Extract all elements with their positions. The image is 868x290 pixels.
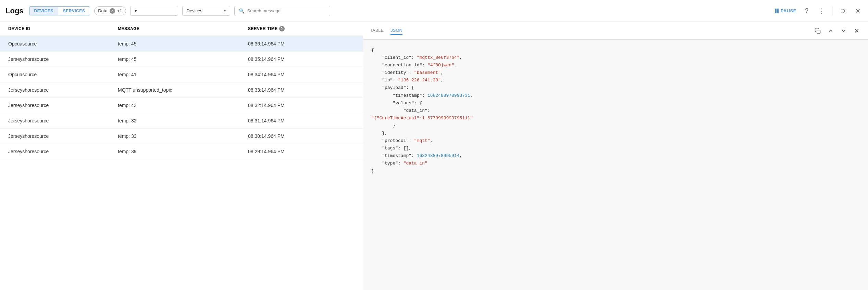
devices-arrow-icon: ▾: [224, 9, 226, 13]
server-time-info-icon[interactable]: ?: [279, 26, 285, 31]
tab-json[interactable]: JSON: [390, 26, 402, 35]
toolbar-actions: PAUSE ? ⋮ ⬡ ✕: [775, 6, 863, 16]
json-panel: TABLE JSON: [363, 22, 868, 290]
table-row[interactable]: Opcuasource temp: 45 08:36:14.964 PM: [0, 36, 363, 52]
dropdown-arrow-icon: ▾: [135, 8, 137, 13]
devices-label: Devices: [187, 8, 202, 13]
json-line: }: [371, 168, 860, 175]
json-line: "timestamp": 1682488978993731,: [371, 92, 860, 100]
cell-server-time: 08:32:14.964 PM: [248, 103, 355, 108]
search-icon: 🔍: [239, 8, 245, 14]
table-row[interactable]: Opcuasource temp: 41 08:34:14.964 PM: [0, 67, 363, 82]
json-line: },: [371, 130, 860, 137]
json-line: "protocol": "mqtt",: [371, 137, 860, 145]
json-line: "data_in":: [371, 107, 860, 115]
open-external-button[interactable]: ⬡: [838, 6, 847, 16]
table-row[interactable]: Jerseyshoresource temp: 39 08:29:14.964 …: [0, 144, 363, 159]
table-row[interactable]: Jerseyshoresource temp: 43 08:32:14.964 …: [0, 98, 363, 113]
cell-message: temp: 45: [118, 41, 248, 47]
copy-button[interactable]: [813, 26, 822, 35]
table-row[interactable]: Jerseyshoresource temp: 32 08:31:14.964 …: [0, 113, 363, 129]
more-button[interactable]: ⋮: [817, 6, 827, 16]
json-line: "type": "data_in": [371, 160, 860, 167]
cell-message: temp: 45: [118, 56, 248, 62]
cell-device-id: Jerseyshoresource: [8, 103, 118, 108]
cell-message: MQTT unsupported_topic: [118, 87, 248, 93]
table-row[interactable]: Jerseyshoresource temp: 33 08:30:14.964 …: [0, 129, 363, 144]
pause-label: PAUSE: [781, 8, 796, 13]
table-header: DEVICE ID MESSAGE SERVER TIME ?: [0, 22, 363, 36]
cell-message: temp: 41: [118, 72, 248, 77]
json-line: "payload": {: [371, 84, 860, 92]
search-box[interactable]: 🔍: [234, 6, 330, 16]
json-content: { "client_id": "mqttx_8e6f37b4", "connec…: [363, 40, 868, 290]
scroll-up-button[interactable]: [826, 26, 835, 35]
table-body: Opcuasource temp: 45 08:36:14.964 PM Jer…: [0, 36, 363, 159]
filter-chip-data[interactable]: Data ✕ +1: [94, 6, 126, 15]
chip-remove[interactable]: ✕: [110, 8, 115, 14]
pause-icon: [775, 9, 779, 13]
chip-label: Data: [98, 8, 107, 13]
json-line: "ip": "136.226.241.28",: [371, 77, 860, 84]
tab-devices[interactable]: DEVICES: [29, 7, 58, 15]
cell-server-time: 08:35:14.964 PM: [248, 56, 355, 62]
cell-message: temp: 39: [118, 149, 248, 154]
cell-server-time: 08:31:14.964 PM: [248, 118, 355, 123]
cell-message: temp: 43: [118, 103, 248, 108]
cell-message: temp: 32: [118, 118, 248, 123]
log-type-tabs: DEVICES SERVICES: [29, 6, 90, 15]
search-input[interactable]: [247, 8, 326, 13]
tab-table[interactable]: TABLE: [370, 26, 384, 35]
table-row[interactable]: Jerseyshoresource MQTT unsupported_topic…: [0, 82, 363, 98]
cell-message: temp: 33: [118, 133, 248, 139]
cell-server-time: 08:36:14.964 PM: [248, 41, 355, 47]
col-device-id: DEVICE ID: [8, 26, 118, 31]
json-line: "connection_id": "4f8Ojwen",: [371, 62, 860, 69]
col-server-time: SERVER TIME ?: [248, 26, 355, 31]
json-line: "{"CureTimeActual":1.577999999979511}": [371, 115, 860, 122]
cell-device-id: Jerseyshoresource: [8, 149, 118, 154]
cell-server-time: 08:34:14.964 PM: [248, 72, 355, 77]
cell-device-id: Jerseyshoresource: [8, 118, 118, 123]
svg-rect-0: [817, 30, 820, 33]
cell-device-id: Jerseyshoresource: [8, 133, 118, 139]
cell-server-time: 08:30:14.964 PM: [248, 133, 355, 139]
help-button[interactable]: ?: [802, 6, 811, 16]
close-json-button[interactable]: [852, 26, 861, 35]
devices-dropdown[interactable]: Devices ▾: [182, 6, 230, 16]
close-button[interactable]: ✕: [853, 6, 863, 16]
tab-services[interactable]: SERVICES: [58, 7, 90, 15]
cell-device-id: Opcuasource: [8, 72, 118, 77]
app-title: Logs: [5, 6, 24, 15]
col-message: MESSAGE: [118, 26, 248, 31]
json-line: }: [371, 122, 860, 130]
cell-server-time: 08:29:14.964 PM: [248, 149, 355, 154]
chip-extra: +1: [117, 8, 122, 13]
scroll-down-button[interactable]: [839, 26, 848, 35]
json-tab-actions: [813, 26, 861, 35]
toolbar: Logs DEVICES SERVICES Data ✕ +1 ▾ Device…: [0, 0, 868, 22]
json-line: "tags": [],: [371, 145, 860, 152]
cell-server-time: 08:33:14.964 PM: [248, 87, 355, 93]
filter-dropdown-arrow[interactable]: ▾: [130, 6, 178, 16]
main-content: DEVICE ID MESSAGE SERVER TIME ? Opcuasou…: [0, 22, 868, 290]
table-row[interactable]: Jerseyshoresource temp: 45 08:35:14.964 …: [0, 52, 363, 67]
cell-device-id: Opcuasource: [8, 41, 118, 47]
cell-device-id: Jerseyshoresource: [8, 87, 118, 93]
table-panel: DEVICE ID MESSAGE SERVER TIME ? Opcuasou…: [0, 22, 363, 290]
json-line: "timestamp": 1682488978995914,: [371, 152, 860, 160]
cell-device-id: Jerseyshoresource: [8, 56, 118, 62]
json-line: "values": {: [371, 100, 860, 107]
toolbar-separator: [832, 6, 832, 16]
pause-button[interactable]: PAUSE: [775, 8, 796, 13]
json-line: {: [371, 47, 860, 54]
json-line: "identity": "basement",: [371, 69, 860, 77]
json-toolbar: TABLE JSON: [363, 22, 868, 40]
json-line: "client_id": "mqttx_8e6f37b4",: [371, 54, 860, 62]
